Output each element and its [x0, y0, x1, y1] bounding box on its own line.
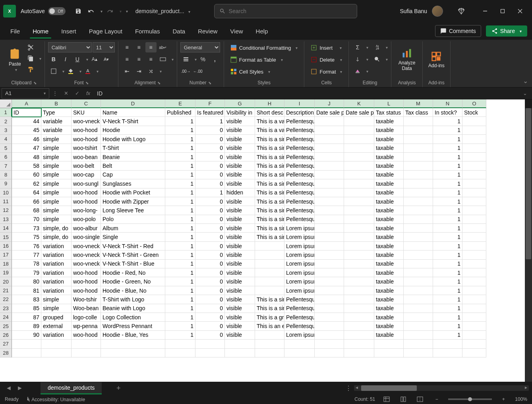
data-cell[interactable]: taxable	[374, 215, 404, 224]
data-cell[interactable]: 1	[433, 277, 462, 286]
expand-formula-bar[interactable]: ⌄	[519, 88, 530, 99]
empty-cell[interactable]	[374, 340, 404, 348]
header-cell[interactable]: Stock	[462, 108, 486, 117]
scrollbar-thumb[interactable]	[361, 385, 417, 391]
data-cell[interactable]: 1	[433, 313, 462, 322]
data-cell[interactable]	[344, 286, 374, 295]
data-cell[interactable]: taxable	[374, 179, 404, 188]
data-cell[interactable]	[404, 331, 433, 340]
data-cell[interactable]: visible	[225, 268, 255, 277]
data-cell[interactable]: 1	[433, 161, 462, 170]
data-cell[interactable]: 0	[195, 135, 225, 144]
align-center-button[interactable]: ≡	[133, 54, 145, 64]
column-header[interactable]: B	[41, 99, 72, 108]
data-cell[interactable]	[315, 277, 344, 286]
align-middle-button[interactable]: ≡	[133, 42, 145, 52]
header-cell[interactable]: Type	[41, 108, 72, 117]
data-cell[interactable]: 0	[195, 331, 225, 340]
find-select-button[interactable]	[371, 54, 383, 64]
data-cell[interactable]: woo-hood	[72, 188, 101, 197]
data-cell[interactable]: external	[41, 322, 72, 330]
data-cell[interactable]	[404, 153, 433, 161]
align-right-button[interactable]: ≡	[145, 54, 157, 64]
data-cell[interactable]: 1	[433, 268, 462, 277]
data-cell[interactable]: 0	[195, 161, 225, 170]
column-header[interactable]: G	[225, 99, 255, 108]
data-cell[interactable]: 45	[12, 126, 41, 135]
empty-cell[interactable]	[165, 349, 195, 357]
data-cell[interactable]: 0	[195, 197, 225, 206]
data-cell[interactable]: taxable	[374, 251, 404, 259]
data-cell[interactable]	[462, 224, 486, 233]
name-box[interactable]: A1 ▾	[2, 88, 49, 99]
data-cell[interactable]: 0	[195, 286, 225, 295]
row-header[interactable]: 19	[0, 268, 12, 277]
data-cell[interactable]	[344, 233, 374, 241]
data-cell[interactable]: Woo-bean	[72, 304, 101, 313]
data-cell[interactable]: visible	[225, 304, 255, 313]
data-cell[interactable]	[255, 268, 284, 277]
data-cell[interactable]: woo-cap	[72, 171, 101, 179]
row-header[interactable]: 1	[0, 108, 12, 117]
data-cell[interactable]	[404, 268, 433, 277]
sheet-next-button[interactable]: ►	[14, 383, 25, 393]
data-cell[interactable]	[344, 215, 374, 224]
data-cell[interactable]: 89	[12, 322, 41, 330]
data-cell[interactable]: Pellentesque habitant morbi trist	[284, 153, 315, 161]
data-cell[interactable]: 1	[165, 277, 195, 286]
data-cell[interactable]: simple	[41, 188, 72, 197]
data-cell[interactable]: 1	[433, 144, 462, 153]
data-cell[interactable]: simple	[41, 144, 72, 153]
tab-formulas[interactable]: Formulas	[130, 25, 166, 38]
share-button[interactable]: Share ▾	[486, 25, 527, 37]
data-cell[interactable]: 1	[433, 251, 462, 259]
data-cell[interactable]	[462, 242, 486, 251]
data-cell[interactable]: 62	[12, 179, 41, 188]
data-cell[interactable]: woo-vneck	[72, 117, 101, 126]
copy-button[interactable]	[25, 53, 36, 64]
data-cell[interactable]: 0	[195, 295, 225, 304]
dialog-launcher[interactable]: ⬊	[157, 81, 161, 85]
row-header[interactable]: 9	[0, 179, 12, 188]
dialog-launcher[interactable]: ⬊	[33, 81, 37, 85]
data-cell[interactable]: visible	[225, 117, 255, 126]
data-cell[interactable]: Hoodie with Logo	[101, 135, 165, 144]
data-cell[interactable]	[344, 161, 374, 170]
row-header[interactable]: 11	[0, 197, 12, 206]
empty-cell[interactable]	[462, 349, 486, 357]
data-cell[interactable]: Hoodie - Red, No	[101, 268, 165, 277]
data-cell[interactable]: taxable	[374, 313, 404, 322]
data-cell[interactable]: 1	[165, 251, 195, 259]
row-header[interactable]: 28	[0, 349, 12, 357]
data-cell[interactable]: 66	[12, 197, 41, 206]
data-cell[interactable]: 1	[433, 215, 462, 224]
empty-cell[interactable]	[284, 340, 315, 348]
data-cell[interactable]	[315, 135, 344, 144]
empty-cell[interactable]	[165, 340, 195, 348]
data-cell[interactable]: Hoodie with Pocket	[101, 188, 165, 197]
data-cell[interactable]: variation	[41, 260, 72, 268]
data-cell[interactable]: taxable	[374, 153, 404, 161]
data-cell[interactable]: taxable	[374, 331, 404, 340]
data-cell[interactable]: 0	[195, 179, 225, 188]
sheet-prev-button[interactable]: ◄	[3, 383, 14, 393]
data-cell[interactable]: Pellentesque habitant morbi trist	[284, 197, 315, 206]
empty-cell[interactable]	[462, 340, 486, 348]
data-cell[interactable]	[404, 233, 433, 241]
data-cell[interactable]: taxable	[374, 233, 404, 241]
data-cell[interactable]: 73	[12, 224, 41, 233]
column-header[interactable]: C	[72, 99, 101, 108]
normal-view-button[interactable]	[381, 395, 392, 403]
scroll-right-icon[interactable]: ►	[524, 385, 528, 390]
data-cell[interactable]: Pellentesque habitant morbi trist	[284, 117, 315, 126]
align-top-button[interactable]: ≡	[122, 42, 133, 52]
column-header[interactable]: J	[315, 99, 344, 108]
decrease-font-button[interactable]: A▾	[101, 54, 112, 64]
data-cell[interactable]	[315, 206, 344, 215]
data-cell[interactable]: Pellentesque habitant morbi trist	[284, 188, 315, 197]
data-cell[interactable]: V-Neck T-Shirt - Green	[101, 251, 165, 259]
data-cell[interactable]: visible	[225, 331, 255, 340]
row-header[interactable]: 26	[0, 331, 12, 340]
data-cell[interactable]	[462, 268, 486, 277]
delete-cells-button[interactable]: −Delete▾	[308, 54, 345, 65]
